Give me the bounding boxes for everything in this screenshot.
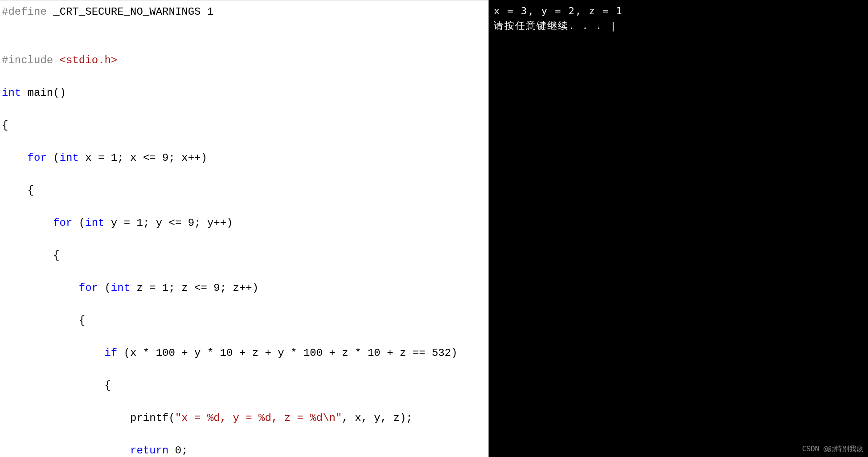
brace-open: { — [2, 119, 8, 131]
printf1-pre: printf( — [2, 412, 175, 424]
if-brace: { — [2, 379, 111, 392]
for1-rest: x = 1; x <= 9; x++) — [79, 152, 207, 164]
kw-for3: for — [79, 282, 98, 294]
printf1-str: "x = %d, y = %d, z = %d\n" — [175, 412, 342, 424]
for2-int: int — [85, 217, 104, 229]
for3-int: int — [111, 282, 130, 294]
code-editor[interactable]: #define _CRT_SECURE_NO_WARNINGS 1 #inclu… — [0, 0, 489, 457]
for3-brace: { — [2, 314, 85, 326]
kw-int: int — [2, 87, 21, 99]
kw-if: if — [104, 347, 117, 359]
define-body: _CRT_SECURE_NO_WARNINGS 1 — [47, 6, 213, 18]
console-line-2: 请按任意键继续. . . — [494, 18, 864, 33]
console-output[interactable]: x = 3, y = 2, z = 1 请按任意键继续. . . CSDN @颇… — [489, 0, 868, 457]
for3-rest: z = 1; z <= 9; z++) — [130, 282, 258, 294]
kw-return1: return — [130, 445, 168, 457]
kw-for2: for — [53, 217, 72, 229]
return1-val: 0; — [168, 445, 188, 457]
console-line-1: x = 3, y = 2, z = 1 — [494, 4, 864, 18]
for2-brace: { — [2, 249, 60, 261]
watermark-text: CSDN @颇特别我废 — [802, 444, 864, 454]
for1-open: ( — [47, 152, 60, 164]
printf1-post: , x, y, z); — [342, 412, 412, 424]
for2-open: ( — [72, 217, 85, 229]
for1-brace: { — [2, 184, 34, 196]
for1-int: int — [60, 152, 79, 164]
for3-open: ( — [98, 282, 111, 294]
kw-for1: for — [28, 152, 47, 164]
preproc-include: #include — [2, 54, 53, 66]
main-sig: main() — [21, 87, 66, 99]
for2-rest: y = 1; y <= 9; y++) — [104, 217, 233, 229]
preproc-define: #define — [2, 6, 47, 18]
if-cond: (x * 100 + y * 10 + z + y * 100 + z * 10… — [117, 347, 457, 359]
include-path: <stdio.h> — [53, 54, 117, 66]
